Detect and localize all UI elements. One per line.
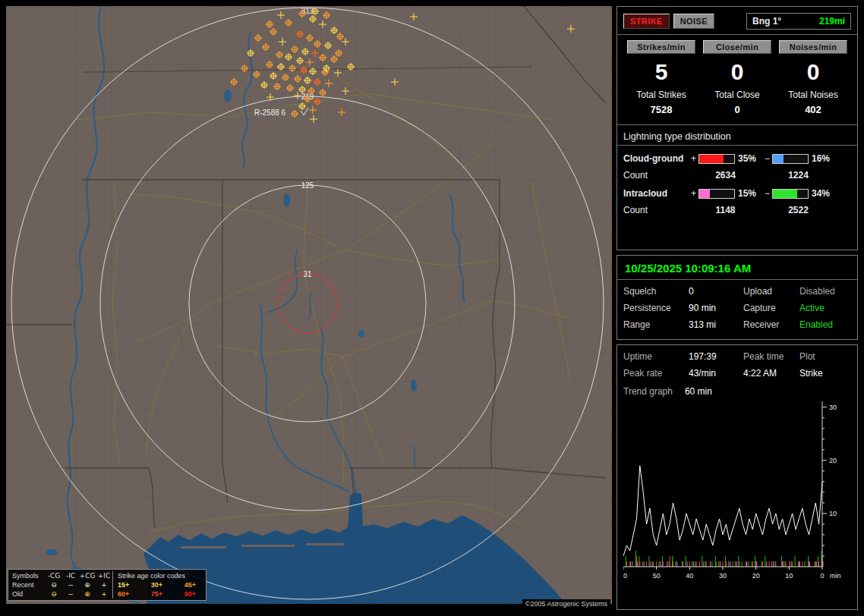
plot-value: Strike (799, 368, 851, 379)
svg-text:min: min (830, 572, 841, 580)
copyright-text: ©2005 Astrogenic Systems (522, 599, 610, 608)
age-30: 30+ (151, 580, 162, 589)
peak-rate-value: 43/min (689, 368, 743, 379)
plus-sign: + (689, 188, 698, 199)
circle-minus-icon: ⊖ (46, 580, 62, 589)
count-label: Count (623, 205, 689, 215)
total-strikes-label: Total Strikes (623, 90, 699, 100)
svg-text:60: 60 (623, 572, 627, 580)
minus-icon: − (62, 580, 79, 589)
ic-negative-bar (772, 189, 809, 199)
circle-plus-icon: ⊕ (79, 580, 96, 589)
cg-positive-pct: 35% (735, 153, 762, 164)
minus-icon: − (62, 589, 79, 599)
minus-sign: − (762, 153, 772, 164)
uptime-value: 197:39 (689, 351, 743, 362)
legend-row-recent-label: Recent (12, 580, 46, 589)
legend-age-title: Strike age color codes (112, 571, 202, 580)
age-45: 45+ (184, 580, 196, 589)
legend-ages-old: 60+ 75+ 90+ (112, 589, 202, 599)
legend-header-neg-cg: -CG (46, 571, 62, 580)
cloud-ground-row: Cloud-ground + 35% − 16% Count 2634 1224 (623, 153, 851, 181)
svg-text:10: 10 (785, 572, 793, 580)
uptime-label: Uptime (623, 351, 689, 362)
ic-negative-pct: 34% (809, 188, 834, 199)
legend-header-neg-ic: -IC (62, 571, 79, 580)
plus-icon: + (96, 589, 112, 599)
trend-graph-canvas: 1020306050403020100min (623, 401, 851, 583)
ic-positive-bar (698, 189, 735, 199)
svg-text:0: 0 (820, 572, 824, 580)
range-label: Range (623, 319, 689, 330)
intracloud-row: Intracloud + 15% − 34% Count 1148 2522 (623, 188, 851, 215)
close-per-min-value: 0 (699, 59, 775, 85)
ic-positive-pct: 15% (735, 188, 762, 199)
close-per-min-button[interactable]: Close/min (703, 40, 771, 54)
peak-rate-label: Peak rate (623, 368, 689, 379)
range-value: 313 mi (689, 319, 743, 330)
peak-time-value: 4:22 AM (743, 368, 799, 379)
bearing-label: Bng 1° (752, 16, 781, 27)
capture-label: Capture (743, 303, 799, 313)
svg-text:20: 20 (829, 457, 837, 464)
right-sidebar: STRIKE NOISE Bng 1° 219mi Strikes/min Cl… (616, 6, 858, 610)
total-close-label: Total Close (699, 90, 775, 100)
map-canvas: 313 219 125 31 R-2588 6 (6, 6, 612, 604)
cg-positive-count: 2634 (689, 170, 762, 181)
total-strikes-value: 7528 (623, 104, 699, 115)
trend-panel: Uptime 197:39 Peak time Plot Peak rate 4… (616, 344, 858, 610)
legend-header-pos-cg: +CG (79, 571, 96, 580)
persistence-label: Persistence (623, 303, 689, 313)
circle-plus-icon: ⊕ (79, 589, 96, 599)
upload-status: Disabled (799, 286, 851, 297)
plus-sign: + (689, 153, 698, 164)
storm-cell-label: R-2588 6 (254, 108, 286, 117)
circle-minus-icon: ⊖ (46, 589, 62, 599)
total-close-value: 0 (699, 104, 775, 115)
lightning-map[interactable]: 313 219 125 31 R-2588 6 Symbols -CG -IC … (6, 6, 612, 604)
noise-button[interactable]: NOISE (673, 14, 714, 29)
squelch-value: 0 (689, 286, 743, 297)
trend-graph-range: 60 min (685, 386, 712, 397)
plot-label: Plot (799, 351, 851, 362)
svg-text:20: 20 (752, 572, 760, 580)
distribution-title: Lightning type distribution (617, 130, 857, 146)
age-75: 75+ (151, 589, 162, 599)
noises-per-min-button[interactable]: Noises/min (779, 40, 847, 54)
ring-label-31: 31 (303, 270, 312, 278)
ring-label-125: 125 (301, 181, 314, 190)
strike-stats-panel: STRIKE NOISE Bng 1° 219mi Strikes/min Cl… (616, 6, 858, 250)
cg-negative-pct: 16% (809, 153, 834, 164)
svg-text:50: 50 (653, 572, 661, 580)
receiver-status: Enabled (799, 319, 851, 330)
legend-row-old-label: Old (12, 589, 46, 599)
svg-text:30: 30 (719, 572, 727, 580)
total-noises-label: Total Noises (775, 90, 851, 100)
capture-status: Active (799, 303, 851, 313)
svg-text:30: 30 (829, 404, 837, 411)
strikes-per-min-button[interactable]: Strikes/min (627, 40, 695, 54)
strike-legend: Symbols -CG -IC +CG +IC Strike age color… (8, 569, 207, 601)
trend-info-grid: Uptime 197:39 Peak time Plot Peak rate 4… (623, 351, 851, 379)
intracloud-label: Intracloud (623, 188, 689, 199)
trend-graph: 1020306050403020100min (623, 401, 851, 586)
plus-icon: + (96, 580, 112, 589)
squelch-label: Squelch (623, 286, 689, 297)
bearing-readout: Bng 1° 219mi (746, 13, 851, 30)
age-60: 60+ (118, 589, 129, 599)
svg-text:40: 40 (686, 572, 693, 580)
peak-time-label: Peak time (743, 351, 799, 362)
bearing-distance: 219mi (819, 16, 845, 27)
ic-negative-count: 2522 (762, 205, 834, 215)
receiver-label: Receiver (743, 319, 799, 330)
cloud-ground-label: Cloud-ground (623, 153, 689, 164)
upload-label: Upload (743, 286, 799, 297)
legend-header-pos-ic: +IC (96, 571, 112, 580)
age-90: 90+ (184, 589, 196, 599)
trend-graph-label: Trend graph (623, 386, 673, 397)
strike-button[interactable]: STRIKE (623, 14, 670, 29)
noises-per-min-value: 0 (775, 59, 851, 85)
cg-negative-count: 1224 (762, 170, 834, 181)
ic-positive-count: 1148 (689, 205, 762, 215)
cg-negative-bar (772, 154, 809, 164)
